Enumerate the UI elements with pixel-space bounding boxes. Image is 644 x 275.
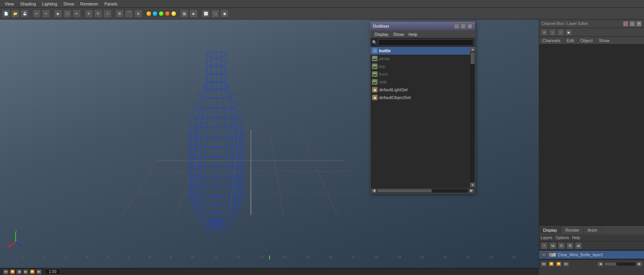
color-ball-3[interactable] [159,11,164,16]
tab-show[interactable]: Show [597,37,611,44]
outliner-scroll-track[interactable] [470,51,475,183]
layer-submenu-help[interactable]: Help [572,236,580,240]
outliner-menu-show[interactable]: Show [391,31,406,37]
outliner-h-scroll-left[interactable]: ◀ [371,188,377,193]
outliner-item-0[interactable]: ⬡bottle [371,47,475,55]
right-panel-winctrls: 📌 — ✕ [623,21,642,27]
pb-prev-frame[interactable]: ⏪ [10,269,15,275]
outliner-close-button[interactable]: ✕ [467,23,473,29]
new-layer-button[interactable]: + [541,242,548,249]
open-file-button[interactable]: 📂 [11,9,19,18]
right-panel-min-button[interactable]: — [630,21,635,27]
delete-layer-button[interactable]: ✕ [558,242,565,249]
select-tool-button[interactable]: ▶ [54,9,62,18]
frame-display[interactable]: 1.00 [45,269,60,275]
show-outputs-button[interactable]: ↑ [557,29,564,36]
tab-edit[interactable]: Edit [565,37,575,44]
right-panel-title: Channel Box / Layer Editor [542,21,588,26]
rotate-tool-button[interactable]: ↻ [94,9,102,18]
step-forward-button[interactable]: ⏩ [556,261,562,267]
channel-list-button[interactable]: ≡ [541,29,548,36]
menu-renderer[interactable]: Renderer [77,1,101,7]
outliner-scroll-up[interactable]: ▲ [470,47,475,51]
outliner-menu-help[interactable]: Help [406,31,420,37]
outliner-min-button[interactable]: — [454,23,459,29]
goto-start-button[interactable]: ⏮ [541,261,547,267]
pb-play[interactable]: ▶ [23,269,28,275]
layer-editor-submenu: Layers Options Help [539,234,644,241]
layer-tab-anim[interactable]: Anim [584,227,602,234]
outliner-item-icon-0: ⬡ [372,48,378,53]
color-ball-4[interactable] [165,11,170,16]
lasso-tool-button[interactable]: ⬡ [63,9,72,18]
outliner-search-bar: 🔍 [371,38,475,47]
outliner-scroll-down[interactable]: ▼ [470,183,475,187]
outliner-menu-display[interactable]: Display [372,31,391,37]
layer-tab-display[interactable]: Display [539,227,561,234]
outliner-item-6[interactable]: ◉defaultObjectSet [371,94,475,101]
pb-play-back[interactable]: ◀ [16,269,22,275]
new-layer-sel-button[interactable]: +▸ [549,242,556,249]
outliner-item-4[interactable]: 📷side [371,78,475,86]
select-button[interactable]: ▶ [565,29,572,36]
menu-shading[interactable]: Shading [17,1,39,7]
search-input[interactable] [378,39,473,46]
ruler-num-15: 15 [305,255,309,259]
undo-button[interactable]: ↩ [32,9,41,18]
tab-object[interactable]: Object [579,37,594,44]
outliner-h-scroll-right[interactable]: ▶ [469,188,474,193]
xray-button[interactable]: ◻ [211,9,219,18]
menu-lighting[interactable]: Lighting [39,1,60,7]
outliner-h-scroll-track[interactable] [378,189,468,192]
save-file-button[interactable]: 💾 [20,9,29,18]
goto-end-button[interactable]: ⏭ [563,261,569,267]
wireframe-button[interactable]: ⬜ [201,9,210,18]
color-ball-2[interactable] [152,11,158,16]
menu-panels[interactable]: Panels [101,1,121,7]
pb-next-frame[interactable]: ⏩ [30,269,35,275]
layer-item-0[interactable]: V Clear_Wine_Bottle_layer1 [539,251,644,259]
layers-list: V Clear_Wine_Bottle_layer1 [539,250,644,259]
h-scroll-track[interactable] [604,262,635,266]
color-ball-1[interactable] [146,11,152,16]
move-tool-button[interactable]: ✛ [85,9,93,18]
ruler-num-4: 4 [65,255,67,259]
outliner-item-1[interactable]: 📷persp [371,55,475,62]
layer-submenu-layers[interactable]: Layers [541,236,552,240]
render-button[interactable]: ▶ [189,9,198,18]
snap-point-button[interactable]: ⊕ [134,9,143,18]
layer-tab-render[interactable]: Render [561,227,584,234]
scale-tool-button[interactable]: ⤢ [103,9,112,18]
layer-options-button[interactable]: ⚙ [566,242,573,249]
layer-vis-btn-0[interactable]: V [541,252,547,257]
snap-curve-button[interactable]: ⌒ [125,9,133,18]
smooth-button[interactable]: ◼ [220,9,229,18]
paint-select-button[interactable]: ✏ [72,9,81,18]
render-region-button[interactable]: ▦ [180,9,189,18]
h-scroll-left[interactable]: ◀ [597,261,603,267]
toolbar-sep-3 [83,10,83,17]
h-scroll-right[interactable]: ▶ [636,261,642,267]
outliner-item-5[interactable]: ◉defaultLightSet [371,86,475,94]
pb-goto-start[interactable]: ⏮ [3,269,9,275]
ruler-num-21: 21 [443,255,447,259]
right-panel-close-button[interactable]: ✕ [636,21,642,27]
tab-channels[interactable]: Channels [541,37,562,44]
show-inputs-button[interactable]: ↓ [549,29,556,36]
step-back-button[interactable]: ⏪ [548,261,554,267]
color-ball-5[interactable] [171,11,176,16]
menu-show[interactable]: Show [60,1,78,7]
right-panel-pin-button[interactable]: 📌 [623,21,628,27]
outliner-scroll-thumb [471,52,475,64]
new-file-button[interactable]: 📄 [2,9,10,18]
outliner-item-2[interactable]: 📷top [371,62,475,70]
outliner-max-button[interactable]: □ [461,23,466,29]
pb-goto-end[interactable]: ⏭ [36,269,42,275]
layer-submenu-options[interactable]: Options [556,236,569,240]
redo-button[interactable]: ↪ [42,9,50,18]
layer-connect-button[interactable]: ⇄ [575,242,582,249]
snap-grid-button[interactable]: ⊞ [115,9,124,18]
outliner-item-3[interactable]: 📷front [371,70,475,78]
outliner-menubar: Display Show Help [371,30,475,38]
menu-view[interactable]: View [2,1,17,7]
